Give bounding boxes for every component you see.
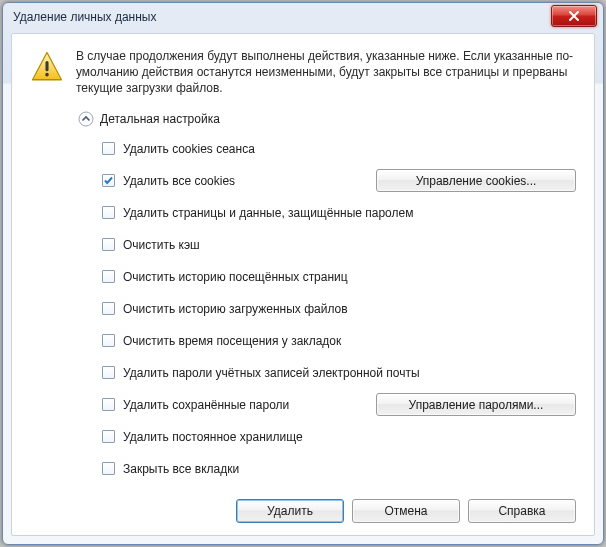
window-title: Удаление личных данных <box>13 10 551 24</box>
checkbox[interactable] <box>102 334 115 347</box>
help-button[interactable]: Справка <box>468 499 576 523</box>
option-delete-session-cookies: Удалить cookies сеанса <box>102 133 576 165</box>
details-section: Детальная настройка Удалить cookies сеан… <box>78 111 576 485</box>
checkbox[interactable] <box>102 238 115 251</box>
options-list: Удалить cookies сеанса Удалить все cooki… <box>102 133 576 485</box>
option-delete-saved-passwords: Удалить сохранённые пароли Управление па… <box>102 389 576 421</box>
delete-button[interactable]: Удалить <box>236 499 344 523</box>
option-label: Удалить постоянное хранилище <box>123 430 303 444</box>
warning-text: В случае продолжения будут выполнены дей… <box>76 48 576 97</box>
svg-point-1 <box>45 73 49 77</box>
checkbox[interactable] <box>102 270 115 283</box>
option-delete-email-passwords: Удалить пароли учётных записей электронн… <box>102 357 576 389</box>
option-label: Удалить все cookies <box>123 174 235 188</box>
svg-rect-0 <box>45 61 48 71</box>
option-label: Удалить пароли учётных записей электронн… <box>123 366 420 380</box>
dialog-window: Удаление личных данных В случае <box>2 2 604 545</box>
option-delete-persistent-storage: Удалить постоянное хранилище <box>102 421 576 453</box>
checkbox[interactable] <box>102 142 115 155</box>
option-close-all-tabs: Закрыть все вкладки <box>102 453 576 485</box>
close-button[interactable] <box>551 5 597 27</box>
svg-point-2 <box>79 112 93 126</box>
option-label: Удалить страницы и данные, защищённые па… <box>123 206 413 220</box>
option-clear-history: Очистить историю посещённых страниц <box>102 261 576 293</box>
option-delete-all-cookies: Удалить все cookies Управление cookies..… <box>102 165 576 197</box>
close-icon <box>568 10 580 22</box>
checkbox[interactable] <box>102 206 115 219</box>
option-delete-protected-pages: Удалить страницы и данные, защищённые па… <box>102 197 576 229</box>
collapse-icon <box>78 111 94 127</box>
content-area: В случае продолжения будут выполнены дей… <box>11 33 595 536</box>
warning-icon <box>30 50 64 84</box>
option-label: Очистить кэш <box>123 238 200 252</box>
manage-passwords-button[interactable]: Управление паролями... <box>376 393 576 416</box>
manage-cookies-button[interactable]: Управление cookies... <box>376 169 576 192</box>
option-clear-cache: Очистить кэш <box>102 229 576 261</box>
checkbox[interactable] <box>102 174 115 187</box>
option-label: Очистить время посещения у закладок <box>123 334 341 348</box>
checkbox[interactable] <box>102 366 115 379</box>
warning-row: В случае продолжения будут выполнены дей… <box>30 48 576 97</box>
titlebar: Удаление личных данных <box>3 3 603 31</box>
option-label: Очистить историю загруженных файлов <box>123 302 348 316</box>
checkbox[interactable] <box>102 462 115 475</box>
option-clear-bookmark-visits: Очистить время посещения у закладок <box>102 325 576 357</box>
option-clear-download-history: Очистить историю загруженных файлов <box>102 293 576 325</box>
cancel-button[interactable]: Отмена <box>352 499 460 523</box>
details-title: Детальная настройка <box>100 112 220 126</box>
option-label: Удалить cookies сеанса <box>123 142 255 156</box>
button-row: Удалить Отмена Справка <box>30 487 576 523</box>
option-label: Очистить историю посещённых страниц <box>123 270 348 284</box>
checkbox[interactable] <box>102 302 115 315</box>
option-label: Закрыть все вкладки <box>123 462 239 476</box>
checkbox[interactable] <box>102 430 115 443</box>
checkbox[interactable] <box>102 398 115 411</box>
details-header[interactable]: Детальная настройка <box>78 111 576 127</box>
option-label: Удалить сохранённые пароли <box>123 398 289 412</box>
